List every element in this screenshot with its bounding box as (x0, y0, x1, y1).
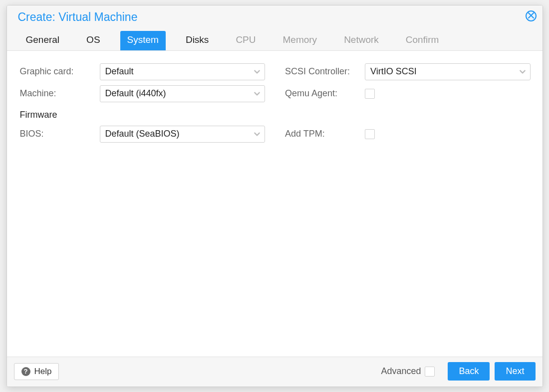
help-button[interactable]: ? Help (14, 363, 59, 380)
dialog-footer: ? Help Advanced Back Next (7, 357, 543, 387)
next-button[interactable]: Next (495, 362, 535, 381)
combo-machine-value: Default (i440fx) (105, 88, 166, 99)
tab-memory: Memory (276, 31, 324, 50)
tab-os[interactable]: OS (79, 31, 107, 50)
combo-scsi-controller-value: VirtIO SCSI (370, 66, 417, 77)
label-machine: Machine: (20, 88, 100, 99)
label-bios: BIOS: (20, 129, 100, 139)
tab-system[interactable]: System (120, 31, 166, 50)
help-label: Help (34, 367, 52, 377)
left-column: Graphic card: Default Machine: Default (… (20, 61, 266, 351)
firmware-header: Firmware (20, 105, 266, 123)
close-icon (528, 11, 534, 21)
row-machine: Machine: Default (i440fx) (20, 83, 266, 105)
row-add-tpm: Add TPM: (285, 123, 531, 145)
chevron-down-icon (254, 68, 261, 75)
dialog-title: Create: Virtual Machine (18, 10, 536, 31)
label-graphic-card: Graphic card: (20, 66, 100, 77)
combo-graphic-card-value: Default (105, 66, 134, 77)
row-qemu-agent: Qemu Agent: (285, 83, 531, 105)
chevron-down-icon (254, 131, 261, 138)
combo-scsi-controller[interactable]: VirtIO SCSI (365, 63, 531, 80)
spacer-right (285, 105, 531, 123)
create-vm-dialog: Create: Virtual Machine General OS Syste… (6, 5, 543, 387)
row-bios: BIOS: Default (SeaBIOS) (20, 123, 266, 145)
label-scsi-controller: SCSI Controller: (285, 66, 365, 77)
right-column: SCSI Controller: VirtIO SCSI Qemu Agent:… (285, 61, 531, 351)
row-graphic-card: Graphic card: Default (20, 61, 266, 83)
tab-network: Network (337, 31, 386, 50)
checkbox-add-tpm[interactable] (365, 129, 375, 139)
label-qemu-agent: Qemu Agent: (285, 88, 365, 99)
row-scsi-controller: SCSI Controller: VirtIO SCSI (285, 61, 531, 83)
help-icon: ? (21, 367, 30, 376)
advanced-toggle: Advanced (381, 366, 435, 377)
combo-bios-value: Default (SeaBIOS) (105, 129, 180, 139)
wizard-tabs: General OS System Disks CPU Memory Netwo… (18, 31, 536, 50)
checkbox-advanced[interactable] (425, 367, 435, 377)
combo-bios[interactable]: Default (SeaBIOS) (100, 126, 266, 143)
dialog-header: Create: Virtual Machine General OS Syste… (7, 5, 543, 51)
combo-machine[interactable]: Default (i440fx) (100, 85, 266, 102)
combo-graphic-card[interactable]: Default (100, 63, 266, 80)
dialog-body: Graphic card: Default Machine: Default (… (7, 51, 543, 357)
close-button[interactable] (526, 10, 537, 21)
checkbox-qemu-agent[interactable] (365, 89, 375, 99)
chevron-down-icon (519, 68, 526, 75)
chevron-down-icon (254, 90, 261, 97)
tab-confirm: Confirm (399, 31, 446, 50)
tab-general[interactable]: General (19, 31, 67, 50)
back-button[interactable]: Back (448, 362, 490, 381)
tab-cpu: CPU (229, 31, 263, 50)
label-add-tpm: Add TPM: (285, 129, 365, 139)
advanced-label: Advanced (381, 366, 421, 377)
tab-disks[interactable]: Disks (179, 31, 216, 50)
